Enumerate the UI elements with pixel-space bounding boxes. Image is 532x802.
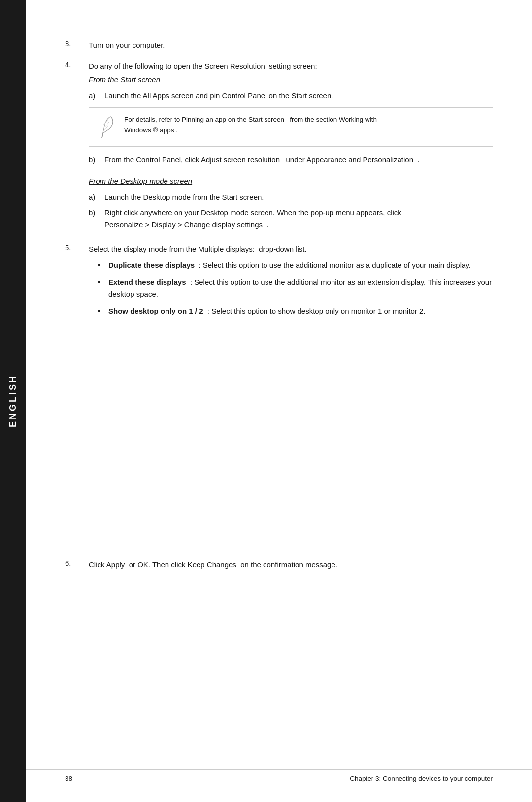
from-desktop-label: From the Desktop mode screen	[89, 175, 493, 187]
step-4-sub-a2: a) Launch the Desktop mode from the Star…	[89, 191, 493, 203]
sub-a2-text: Launch the Desktop mode from the Start s…	[104, 191, 493, 203]
bullet-bold-2: Extend these displays	[108, 278, 190, 286]
bullet-rest-3: : Select this option to show desktop onl…	[207, 307, 426, 315]
bullet-item-3: • Show desktop only on 1 / 2 : Select th…	[98, 305, 493, 317]
bullet-text-3: Show desktop only on 1 / 2 : Select this…	[108, 305, 493, 317]
bullet-dot-2: •	[98, 277, 108, 289]
step-4: 4. Do any of the following to open the S…	[65, 60, 493, 235]
sidebar-label: ENGLISH	[8, 374, 18, 427]
bullet-item-1: • Duplicate these displays : Select this…	[98, 259, 493, 272]
step-4-sub-b: b) From the Control Panel, click Adjust …	[89, 154, 493, 166]
bullet-list: • Duplicate these displays : Select this…	[98, 259, 493, 317]
sub-a2-label: a)	[89, 191, 104, 203]
from-start-screen-label: From the Start screen	[89, 74, 493, 86]
step-5-text: Select the display mode from the Multipl…	[89, 245, 307, 253]
main-content: 3. Turn on your computer. 4. Do any of t…	[26, 0, 532, 802]
footer: 38 Chapter 3: Connecting devices to your…	[26, 769, 532, 787]
bullet-dot-1: •	[98, 259, 108, 272]
step-4-sub-a: a) Launch the All Apps screen and pin Co…	[89, 90, 493, 102]
step-6: 6. Click Apply or OK. Then click Keep Ch…	[65, 559, 493, 571]
feather-icon	[98, 116, 114, 139]
chapter-title: Chapter 3: Connecting devices to your co…	[350, 775, 493, 782]
bullet-item-2: • Extend these displays : Select this op…	[98, 277, 493, 300]
step-4-text: Do any of the following to open the Scre…	[89, 62, 317, 70]
sub-b2-label: b)	[89, 207, 104, 219]
step-4-sub-b2: b) Right click anywhere on your Desktop …	[89, 207, 493, 231]
sidebar: ENGLISH	[0, 0, 26, 802]
bullet-text-2: Extend these displays : Select this opti…	[108, 277, 493, 300]
note-line1: For details, refer to Pinning an app on …	[124, 116, 377, 123]
step-5: 5. Select the display mode from the Mult…	[65, 244, 493, 322]
bullet-text-1: Duplicate these displays : Select this o…	[108, 259, 493, 271]
step-3: 3. Turn on your computer.	[65, 39, 493, 51]
note-icon	[97, 115, 115, 139]
sub-b2-text: Right click anywhere on your Desktop mod…	[104, 207, 493, 231]
bullet-bold-1: Duplicate these displays	[108, 261, 199, 269]
sub-b-text: From the Control Panel, click Adjust scr…	[104, 154, 493, 166]
step-4-content: Do any of the following to open the Scre…	[89, 60, 493, 235]
step-6-text: Click Apply or OK. Then click Keep Chang…	[89, 559, 493, 571]
step-5-number: 5.	[65, 244, 89, 252]
note-line2: Windows ® apps .	[124, 126, 178, 134]
step-3-text: Turn on your computer.	[89, 39, 493, 51]
step-3-number: 3.	[65, 39, 89, 48]
bullet-rest-1: : Select this option to use the addition…	[199, 261, 471, 269]
page-number: 38	[65, 775, 72, 782]
note-box: For details, refer to Pinning an app on …	[89, 107, 493, 147]
sub-a-label: a)	[89, 90, 104, 102]
step-6-number: 6.	[65, 559, 89, 567]
sub-b-label: b)	[89, 154, 104, 166]
sub-a-text: Launch the All Apps screen and pin Contr…	[104, 90, 493, 102]
bullet-bold-3: Show desktop only on 1 / 2	[108, 307, 207, 315]
step-4-number: 4.	[65, 60, 89, 69]
bullet-dot-3: •	[98, 305, 108, 317]
step-5-content: Select the display mode from the Multipl…	[89, 244, 493, 322]
note-text: For details, refer to Pinning an app on …	[124, 115, 377, 136]
